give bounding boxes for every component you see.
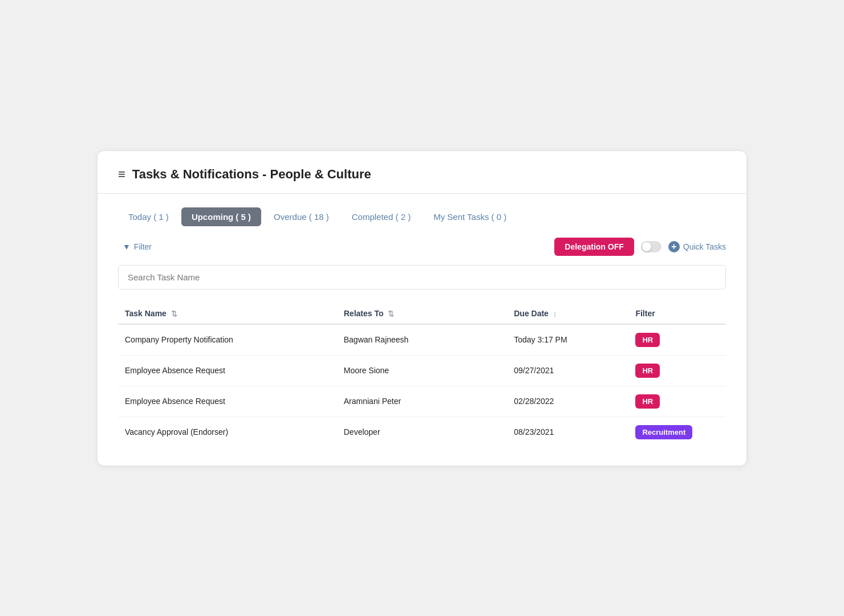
cell-due-date: Today 3:17 PM <box>507 324 628 356</box>
cell-filter: HR <box>628 355 726 386</box>
cell-due-date: 09/27/2021 <box>507 355 628 386</box>
col-task-name: Task Name ⇅ <box>118 303 337 324</box>
quick-tasks-button[interactable]: + Quick Tasks <box>668 241 726 252</box>
cell-relates-to: Bagwan Rajneesh <box>337 324 507 356</box>
cell-task-name: Vacancy Approval (Endorser) <box>118 417 337 447</box>
cell-filter: HR <box>628 386 726 417</box>
table-row[interactable]: Employee Absence RequestAramniani Peter0… <box>118 386 726 417</box>
tab-today[interactable]: Today ( 1 ) <box>118 207 179 226</box>
filter-badge[interactable]: HR <box>635 333 660 347</box>
page-title: Tasks & Notifications - People & Culture <box>132 167 371 182</box>
cell-due-date: 02/28/2022 <box>507 386 628 417</box>
sort-relates-icon[interactable]: ⇅ <box>388 309 394 318</box>
cell-task-name: Employee Absence Request <box>118 355 337 386</box>
delegation-toggle[interactable] <box>641 241 662 252</box>
col-relates-to: Relates To ⇅ <box>337 303 507 324</box>
quick-tasks-label: Quick Tasks <box>683 242 726 251</box>
sort-task-icon[interactable]: ⇅ <box>171 309 177 318</box>
cell-relates-to: Aramniani Peter <box>337 386 507 417</box>
cell-filter: Recruitment <box>628 417 726 447</box>
tasks-table: Task Name ⇅ Relates To ⇅ Due Date ↕ Filt… <box>118 303 726 447</box>
sort-due-icon[interactable]: ↕ <box>553 309 557 318</box>
col-due-date: Due Date ↕ <box>507 303 628 324</box>
main-card: ≡ Tasks & Notifications - People & Cultu… <box>97 150 747 466</box>
filter-badge[interactable]: HR <box>635 364 660 378</box>
col-filter: Filter <box>628 303 726 324</box>
cell-relates-to: Moore Sione <box>337 355 507 386</box>
card-header: ≡ Tasks & Notifications - People & Cultu… <box>98 151 746 194</box>
tab-completed[interactable]: Completed ( 2 ) <box>342 207 421 226</box>
cell-due-date: 08/23/2021 <box>507 417 628 447</box>
filter-label: Filter <box>134 242 152 251</box>
tab-upcoming[interactable]: Upcoming ( 5 ) <box>181 207 261 226</box>
table-row[interactable]: Vacancy Approval (Endorser)Developer08/2… <box>118 417 726 447</box>
toolbar: ▼ Filter Delegation OFF + Quick Tasks <box>118 238 726 256</box>
card-body: Today ( 1 ) Upcoming ( 5 ) Overdue ( 18 … <box>98 194 746 447</box>
filter-button[interactable]: ▼ Filter <box>118 240 156 254</box>
search-input[interactable] <box>118 265 726 289</box>
cell-filter: HR <box>628 324 726 356</box>
tasks-icon: ≡ <box>118 167 125 182</box>
tab-sent[interactable]: My Sent Tasks ( 0 ) <box>423 207 517 226</box>
filter-icon: ▼ <box>123 242 131 251</box>
filter-badge[interactable]: Recruitment <box>635 425 692 439</box>
toolbar-right: Delegation OFF + Quick Tasks <box>554 238 726 256</box>
cell-relates-to: Developer <box>337 417 507 447</box>
cell-task-name: Employee Absence Request <box>118 386 337 417</box>
tab-overdue[interactable]: Overdue ( 18 ) <box>263 207 339 226</box>
cell-task-name: Company Property Notification <box>118 324 337 356</box>
table-row[interactable]: Employee Absence RequestMoore Sione09/27… <box>118 355 726 386</box>
table-body: Company Property NotificationBagwan Rajn… <box>118 324 726 447</box>
tab-bar: Today ( 1 ) Upcoming ( 5 ) Overdue ( 18 … <box>118 207 726 226</box>
delegation-button[interactable]: Delegation OFF <box>554 238 634 256</box>
plus-icon: + <box>668 241 680 252</box>
filter-badge[interactable]: HR <box>635 394 660 409</box>
table-row[interactable]: Company Property NotificationBagwan Rajn… <box>118 324 726 356</box>
table-header: Task Name ⇅ Relates To ⇅ Due Date ↕ Filt… <box>118 303 726 324</box>
